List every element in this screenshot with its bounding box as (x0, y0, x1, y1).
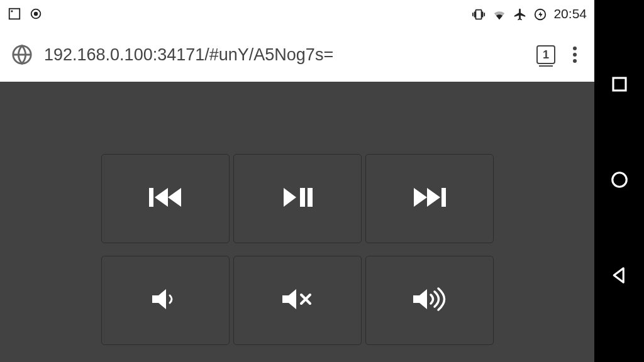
skip-next-button[interactable] (365, 154, 494, 243)
back-button[interactable] (610, 266, 629, 287)
media-remote-panel (0, 82, 594, 362)
svg-rect-1 (11, 11, 13, 13)
volume-mute-button[interactable] (233, 256, 362, 345)
menu-button[interactable] (567, 43, 583, 67)
home-icon (610, 180, 629, 191)
browser-address-bar: 192.168.0.100:34171/#unY/A5Nog7s= 1 (0, 28, 594, 82)
play-pause-button[interactable] (233, 154, 362, 243)
recording-icon (29, 7, 43, 21)
wifi-icon (492, 6, 507, 21)
svg-point-3 (34, 12, 38, 16)
volume-up-icon (411, 287, 448, 314)
svg-rect-6 (149, 188, 153, 207)
svg-rect-0 (9, 9, 20, 19)
svg-rect-12 (613, 78, 626, 90)
status-bar: 20:54 (0, 0, 594, 28)
skip-previous-icon (148, 185, 183, 212)
svg-rect-7 (300, 188, 305, 207)
android-navigation-bar (594, 0, 644, 362)
airplane-icon (513, 6, 527, 21)
skip-previous-button[interactable] (101, 154, 230, 243)
svg-rect-9 (441, 188, 446, 207)
tab-count-value: 1 (543, 48, 549, 62)
vibrate-icon (472, 6, 486, 21)
url-text[interactable]: 192.168.0.100:34171/#unY/A5Nog7s= (44, 45, 525, 65)
back-icon (610, 276, 629, 287)
skip-next-icon (412, 185, 447, 212)
volume-mute-icon (280, 287, 315, 314)
clock-time: 20:54 (553, 6, 587, 21)
battery-charging-icon (533, 6, 547, 21)
volume-up-button[interactable] (365, 256, 494, 345)
svg-point-13 (612, 173, 626, 187)
square-notification-icon (8, 7, 21, 21)
play-pause-icon (281, 185, 314, 212)
volume-down-button[interactable] (101, 256, 230, 345)
home-button[interactable] (610, 170, 629, 192)
recents-button[interactable] (610, 75, 629, 96)
recents-icon (610, 85, 629, 96)
tab-count-button[interactable]: 1 (536, 45, 555, 64)
svg-rect-8 (308, 188, 313, 207)
volume-down-icon (150, 287, 181, 314)
globe-icon (11, 44, 33, 65)
